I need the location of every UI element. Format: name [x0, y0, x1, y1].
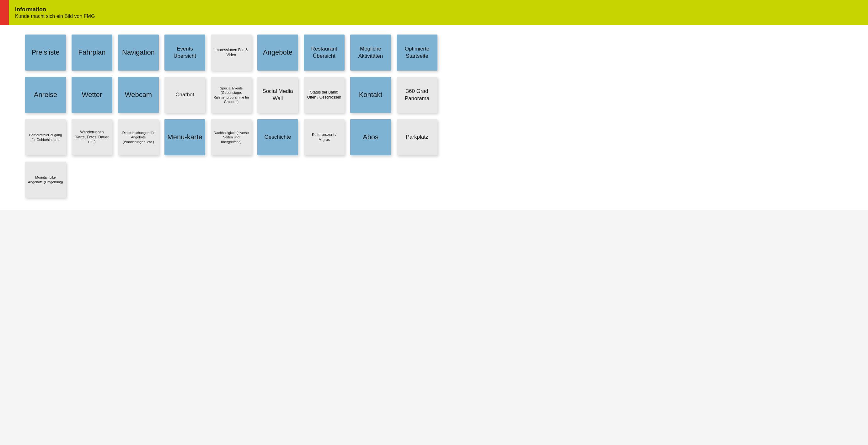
main-content: PreislisteFahrplanNavigationEvents Übers…	[0, 25, 868, 210]
sticky-note-label: Barrierefreier Zugang für Gehbehinderte	[28, 133, 63, 142]
sticky-note-label: Special Events (Geburtstage, Rahmenprogr…	[213, 86, 249, 104]
sticky-note-label: Preisliste	[31, 48, 59, 57]
notes-row-row1: PreislisteFahrplanNavigationEvents Übers…	[25, 34, 849, 71]
sticky-note-wanderungen[interactable]: Wanderungen (Karte, Fotos, Dauer, etc.)	[71, 119, 112, 155]
sticky-note-menukarte[interactable]: Menu-karte	[164, 119, 205, 155]
sticky-note-mountainbike[interactable]: Mountainbike Angebote (Umgebung)	[25, 162, 66, 198]
sticky-note-status-bahn[interactable]: Status der Bahn: Offen / Geschlossen	[304, 77, 345, 113]
sticky-note-label: Kontakt	[359, 90, 382, 99]
sticky-note-label: Nachhaltigkeit (diverse Seiten und überg…	[213, 131, 249, 144]
red-accent-bar	[0, 0, 9, 25]
sticky-note-label: Kulturprozent / Migros	[306, 132, 342, 142]
sticky-note-360-grad[interactable]: 360 Grad Panorama	[397, 77, 437, 113]
sticky-note-label: Restaurant Übersicht	[306, 45, 342, 59]
sticky-note-fahrplan[interactable]: Fahrplan	[71, 34, 112, 71]
notes-row-row4: Mountainbike Angebote (Umgebung)	[25, 162, 849, 198]
sticky-note-label: Menu-karte	[167, 133, 202, 142]
notes-grid: PreislisteFahrplanNavigationEvents Übers…	[25, 34, 849, 198]
sticky-note-abos[interactable]: Abos	[350, 119, 391, 155]
notes-row-row2: AnreiseWetterWebcamChatbotSpecial Events…	[25, 77, 849, 113]
sticky-note-barrierefreier[interactable]: Barrierefreier Zugang für Gehbehinderte	[25, 119, 66, 155]
sticky-note-label: Abos	[363, 133, 378, 142]
sticky-note-label: Impressionen Bild & Video	[213, 48, 249, 57]
sticky-note-label: Parkplatz	[406, 134, 428, 140]
sticky-note-chatbot[interactable]: Chatbot	[164, 77, 205, 113]
sticky-note-label: 360 Grad Panorama	[399, 88, 435, 102]
sticky-note-events-uebersicht[interactable]: Events Übersicht	[164, 34, 205, 71]
sticky-note-label: Chatbot	[176, 91, 194, 98]
sticky-note-label: Mögliche Aktivitäten	[353, 45, 389, 59]
sticky-note-kulturprozent[interactable]: Kulturprozent / Migros	[304, 119, 345, 155]
sticky-note-label: Wetter	[82, 90, 102, 99]
sticky-note-label: Webcam	[125, 90, 152, 99]
sticky-note-webcam[interactable]: Webcam	[118, 77, 159, 113]
header-banner: Information Kunde macht sich ein Bild vo…	[0, 0, 868, 25]
sticky-note-label: Angebote	[263, 48, 292, 57]
sticky-note-label: Navigation	[122, 48, 155, 57]
sticky-note-wetter[interactable]: Wetter	[71, 77, 112, 113]
sticky-note-navigation[interactable]: Navigation	[118, 34, 159, 71]
sticky-note-nachhaltigkeit[interactable]: Nachhaltigkeit (diverse Seiten und überg…	[211, 119, 252, 155]
sticky-note-label: Events Übersicht	[167, 45, 203, 59]
sticky-note-label: Anreise	[34, 90, 57, 99]
sticky-note-parkplatz[interactable]: Parkplatz	[397, 119, 437, 155]
sticky-note-moegl-aktivitaeten[interactable]: Mögliche Aktivitäten	[350, 34, 391, 71]
notes-row-row3: Barrierefreier Zugang für GehbehinderteW…	[25, 119, 849, 155]
sticky-note-label: Status der Bahn: Offen / Geschlossen	[306, 90, 342, 100]
sticky-note-label: Social Media Wall	[260, 88, 296, 102]
sticky-note-label: Direkt-buchungen für Angebote (Wanderung…	[121, 131, 156, 144]
header-title: Information	[15, 6, 95, 13]
header-subtitle: Kunde macht sich ein Bild von FMG	[15, 13, 95, 19]
sticky-note-angebote[interactable]: Angebote	[257, 34, 298, 71]
sticky-note-geschichte[interactable]: Geschichte	[257, 119, 298, 155]
sticky-note-impressionen[interactable]: Impressionen Bild & Video	[211, 34, 252, 71]
sticky-note-label: Optimierte Startseite	[399, 45, 435, 59]
sticky-note-preisliste[interactable]: Preisliste	[25, 34, 66, 71]
sticky-note-label: Fahrplan	[79, 48, 106, 57]
header-text-block: Information Kunde macht sich ein Bild vo…	[9, 0, 101, 25]
sticky-note-anreise[interactable]: Anreise	[25, 77, 66, 113]
sticky-note-label: Geschichte	[264, 134, 291, 140]
sticky-note-special-events[interactable]: Special Events (Geburtstage, Rahmenprogr…	[211, 77, 252, 113]
sticky-note-restaurant-uebersicht[interactable]: Restaurant Übersicht	[304, 34, 345, 71]
sticky-note-direktbuchungen[interactable]: Direkt-buchungen für Angebote (Wanderung…	[118, 119, 159, 155]
sticky-note-social-media-wall[interactable]: Social Media Wall	[257, 77, 298, 113]
sticky-note-label: Mountainbike Angebote (Umgebung)	[28, 175, 63, 184]
sticky-note-label: Wanderungen (Karte, Fotos, Dauer, etc.)	[74, 130, 110, 145]
sticky-note-opt-startseite[interactable]: Optimierte Startseite	[397, 34, 437, 71]
sticky-note-kontakt[interactable]: Kontakt	[350, 77, 391, 113]
